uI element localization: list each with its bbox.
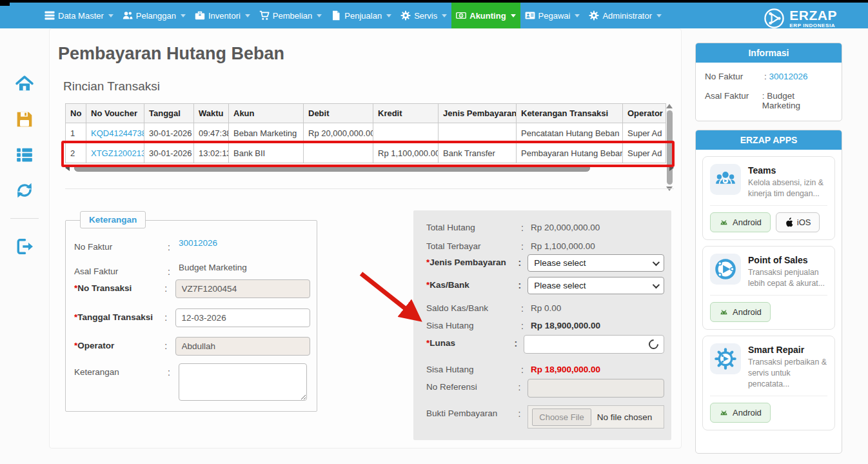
col-voucher: No Voucher	[86, 104, 144, 123]
info-row-no-faktur: No Faktur : 30012026	[705, 72, 833, 81]
app-desc: Transaksi perbaikan & servis untuk penca…	[748, 357, 827, 389]
colon: :	[518, 277, 522, 290]
col-jenis: Jenis Pembayaran	[439, 104, 517, 123]
section-title: Rincian Transaksi	[63, 79, 160, 94]
android-download-button[interactable]: Android	[710, 302, 771, 322]
scrollbar-thumb[interactable]	[667, 110, 673, 185]
cell-waktu: 13:02:13	[194, 143, 229, 163]
scroll-up-icon[interactable]	[666, 104, 673, 108]
sign-out-icon[interactable]	[15, 237, 34, 256]
keterangan-textarea[interactable]	[179, 363, 307, 401]
chevron-down-icon	[317, 14, 322, 17]
colon: :	[521, 318, 526, 331]
sisa-hutang-red-value: Rp 18,900,000.00	[531, 361, 600, 374]
nav-item-inventori[interactable]: Inventori	[190, 3, 255, 28]
info-label: Asal Faktur	[705, 91, 762, 110]
chevron-down-icon	[656, 14, 662, 17]
kas-bank-select[interactable]: Please select	[528, 277, 664, 294]
table-row-selected[interactable]: 2 XTGZ1200213 30-01-2026 13:02:13 Bank B…	[66, 143, 666, 163]
ios-download-button[interactable]: iOS	[776, 212, 820, 232]
choose-file-button[interactable]: Choose File	[532, 409, 591, 426]
row-sisa-hutang-red: Sisa Hutang : Rp 18,900,000.00	[426, 361, 664, 375]
informasi-panel: Informasi No Faktur : 30012026 Asal Fakt…	[695, 43, 842, 121]
informasi-panel-header: Informasi	[696, 43, 842, 63]
field-label: Total Terbayar	[426, 238, 521, 251]
no-faktur-link[interactable]: 30012026	[769, 72, 808, 81]
cell-voucher: KQD41244738	[86, 123, 144, 143]
colon: :	[518, 379, 522, 392]
sync-icon[interactable]	[15, 181, 34, 199]
erzap-apps-panel-header: ERZAP APPS	[696, 130, 842, 150]
field-label: No Faktur	[74, 238, 168, 252]
col-no: No	[66, 104, 86, 123]
col-operator: Operator	[623, 104, 666, 123]
form-row-tanggal-transaksi: *Tanggal Transaksi :	[74, 308, 310, 327]
scrollbar-thumb[interactable]	[74, 165, 590, 172]
table-horizontal-scrollbar[interactable]	[65, 164, 674, 172]
chevron-down-icon	[386, 14, 391, 17]
colon: :	[521, 300, 526, 314]
home-icon[interactable]	[15, 75, 34, 93]
users-icon	[123, 10, 133, 21]
chevron-down-icon	[442, 14, 447, 17]
row-saldo-kas-bank: Saldo Kas/Bank : Rp 0.00	[426, 300, 664, 314]
nav-item-administrator[interactable]: Administrator	[584, 3, 666, 28]
scroll-left-icon[interactable]	[65, 165, 70, 171]
field-label: *Lunas	[426, 335, 515, 348]
fieldset-legend: Keterangan	[80, 211, 146, 228]
field-label: Sisa Hutang	[426, 361, 521, 374]
save-icon[interactable]	[15, 110, 34, 128]
info-value: Budget Marketing	[762, 91, 800, 110]
colon: :	[164, 308, 175, 323]
table-row[interactable]: 1 KQD41244738 30-01-2026 09:47:38 Beban …	[66, 123, 666, 143]
point-of-sales-app-icon	[710, 254, 741, 285]
total-hutang-value: Rp 20,000,000.00	[531, 219, 600, 232]
sisa-hutang-value: Rp 18,900,000.00	[531, 318, 600, 330]
scroll-right-icon[interactable]	[669, 165, 674, 171]
nav-item-label: Inventori	[208, 11, 241, 21]
nav-item-data-master[interactable]: Data Master	[40, 3, 118, 28]
voucher-link[interactable]: KQD41244738	[91, 128, 144, 138]
nav-item-akunting[interactable]: Akunting	[451, 3, 520, 28]
android-download-button[interactable]: Android	[710, 403, 771, 423]
nav-item-pegawai[interactable]: Pegawai	[520, 3, 585, 28]
select-value: Please select	[534, 258, 586, 268]
chevron-down-icon	[653, 281, 660, 288]
nav-item-pembelian[interactable]: Pembelian	[255, 3, 326, 28]
section-divider	[65, 188, 674, 189]
nav-menu: Data Master Pelanggan Inventori Pembelia…	[40, 3, 666, 28]
colon: :	[518, 254, 522, 268]
field-label: Total Hutang	[426, 219, 521, 232]
no-faktur-link[interactable]: 30012026	[179, 238, 217, 248]
list-icon	[44, 10, 55, 21]
nav-item-pelanggan[interactable]: Pelanggan	[118, 3, 190, 28]
file-status-text: No file chosen	[597, 412, 653, 422]
nav-item-penjualan[interactable]: Penjualan	[326, 3, 396, 28]
bukti-pembayaran-file-input[interactable]: Choose File No file chosen	[528, 405, 664, 429]
colon: :	[515, 335, 519, 348]
form-row-no-faktur: No Faktur : 30012026	[74, 238, 310, 252]
row-kas-bank: *Kas/Bank : Please select	[426, 277, 664, 294]
field-label: No Referensi	[426, 379, 518, 392]
list-view-icon[interactable]	[15, 146, 34, 164]
jenis-pembayaran-select[interactable]: Please select	[528, 254, 664, 272]
nav-item-label: Penjualan	[344, 11, 382, 21]
lunas-field[interactable]	[524, 335, 664, 354]
android-download-button[interactable]: Android	[710, 212, 771, 232]
keterangan-fieldset: Keterangan No Faktur : 30012026 Asal Fak…	[65, 220, 317, 412]
field-label: *Operator	[74, 337, 164, 350]
store-label: Android	[733, 217, 762, 227]
tanggal-transaksi-field[interactable]	[175, 308, 310, 327]
cell-debit	[304, 143, 373, 163]
top-notch	[0, 0, 10, 6]
form-row-operator: *Operator :	[74, 337, 310, 356]
row-lunas: *Lunas :	[426, 335, 664, 354]
nav-item-label: Akunting	[469, 11, 506, 21]
nav-item-servis[interactable]: Servis	[396, 3, 451, 28]
info-row-asal-faktur: Asal Faktur : Budget Marketing	[705, 91, 833, 110]
table-vertical-scrollbar[interactable]	[666, 104, 673, 191]
saldo-value: Rp 0.00	[531, 300, 561, 313]
col-tanggal: Tanggal	[144, 104, 194, 123]
row-jenis-pembayaran: *Jenis Pembayaran : Please select	[426, 254, 664, 272]
voucher-link[interactable]: XTGZ1200213	[91, 148, 144, 158]
